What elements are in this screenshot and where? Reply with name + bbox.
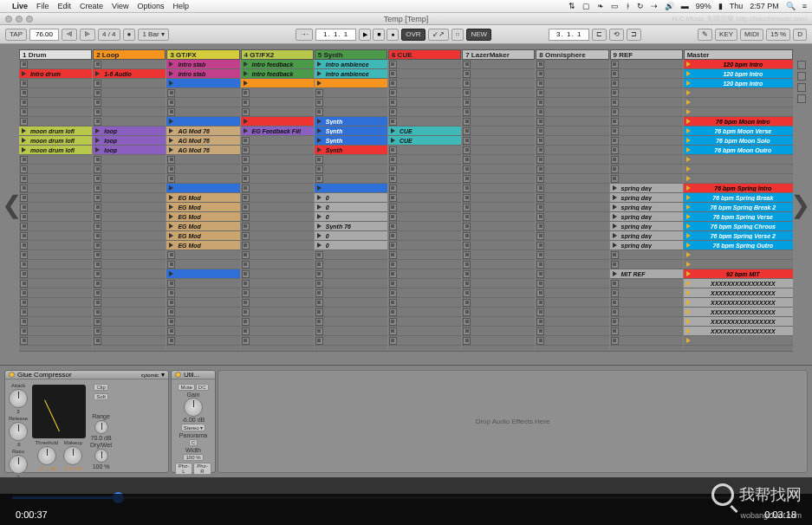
clip-stop-icon[interactable]	[536, 137, 544, 145]
clip-stop-icon[interactable]	[20, 80, 28, 88]
arrange-position[interactable]: 1. 1. 1	[315, 29, 356, 41]
clip-slot[interactable]	[610, 308, 683, 317]
clip-stop-icon[interactable]	[463, 327, 471, 335]
scene-slot[interactable]: XXXXXXXXXXXXXXXX	[684, 308, 793, 317]
clip-slot[interactable]	[536, 146, 608, 155]
scene-play-icon[interactable]	[685, 108, 692, 116]
soft-button[interactable]: Soft	[94, 393, 108, 400]
attack-knob[interactable]	[9, 389, 28, 408]
clip-play-icon[interactable]	[167, 213, 175, 221]
clip-stop-icon[interactable]	[389, 80, 397, 88]
clip-slot[interactable]	[93, 117, 166, 126]
scene-play-icon[interactable]	[685, 213, 692, 221]
clip-stop-icon[interactable]	[536, 299, 544, 307]
clip-stop-icon[interactable]	[389, 270, 397, 278]
clip-slot[interactable]	[166, 308, 239, 317]
clip-stop-icon[interactable]	[463, 127, 471, 135]
clip-slot[interactable]	[241, 174, 314, 184]
clip-slot[interactable]	[610, 317, 683, 327]
scene-slot[interactable]	[684, 260, 793, 269]
clip-slot[interactable]	[93, 203, 166, 212]
mixer-toggle[interactable]	[797, 94, 806, 103]
clip-play-icon[interactable]	[611, 194, 619, 202]
clip-slot[interactable]	[536, 136, 608, 146]
clip-slot[interactable]	[388, 165, 461, 174]
clip-slot[interactable]	[462, 60, 535, 69]
clip-stop-icon[interactable]	[389, 318, 397, 326]
clip-slot[interactable]	[93, 222, 166, 231]
clip-slot[interactable]	[93, 260, 166, 269]
clip-slot[interactable]	[462, 222, 535, 231]
clip-stop-icon[interactable]	[94, 175, 101, 183]
clip-slot[interactable]: Synth	[315, 146, 387, 155]
clip-slot[interactable]	[388, 107, 461, 117]
clip-button[interactable]: Clip	[94, 384, 107, 391]
io-toggle[interactable]	[797, 61, 806, 69]
clip-play-icon[interactable]	[315, 146, 323, 154]
clip-stop-icon[interactable]	[315, 280, 323, 288]
scene-slot[interactable]: 76 bpm Spring Intro	[684, 184, 793, 193]
clip-slot[interactable]	[166, 336, 239, 346]
midi-map-button[interactable]: MIDI	[740, 29, 763, 41]
clip-slot[interactable]	[241, 327, 314, 336]
scene-slot[interactable]	[684, 250, 793, 260]
clip-stop-icon[interactable]	[242, 185, 250, 192]
clip-slot[interactable]	[462, 260, 535, 269]
clip-stop-icon[interactable]	[611, 70, 619, 78]
clip-stop-icon[interactable]	[242, 337, 250, 345]
loop-button[interactable]: ⟲	[609, 29, 624, 41]
clip-slot[interactable]	[610, 336, 683, 346]
clip-stop-icon[interactable]	[463, 108, 471, 116]
status-evernote-icon[interactable]: ❧	[597, 2, 604, 10]
clip-play-icon[interactable]	[167, 185, 175, 192]
clip-stop-icon[interactable]	[20, 232, 28, 240]
clip-stop-icon[interactable]	[20, 175, 28, 183]
tempo-field[interactable]: 76.00	[29, 29, 59, 41]
clip-slot[interactable]: intro feedback	[241, 69, 314, 79]
clip-play-icon[interactable]	[611, 223, 619, 230]
key-map-button[interactable]: KEY	[715, 29, 737, 41]
clip-play-icon[interactable]	[20, 70, 28, 78]
clip-stop-icon[interactable]	[242, 165, 250, 173]
clip-stop-icon[interactable]	[242, 318, 250, 326]
clip-slot[interactable]	[462, 155, 535, 165]
status-display-icon[interactable]: ▭	[611, 2, 619, 10]
clip-stop-icon[interactable]	[167, 175, 175, 183]
clip-stop-icon[interactable]	[242, 194, 250, 202]
clip-stop-icon[interactable]	[536, 165, 544, 173]
clip-stop-icon[interactable]	[389, 232, 397, 240]
clip-slot[interactable]: 0	[315, 193, 387, 203]
menu-options[interactable]: Options	[137, 2, 164, 10]
clip-stop-icon[interactable]	[94, 242, 101, 250]
quantize-menu[interactable]: 1 Bar ▾	[138, 29, 168, 41]
clip-stop-icon[interactable]	[463, 251, 471, 259]
clip-stop-icon[interactable]	[389, 99, 397, 107]
clip-slot[interactable]	[610, 88, 683, 98]
clip-slot[interactable]	[93, 79, 166, 88]
clip-slot[interactable]	[536, 298, 608, 308]
clip-stop-icon[interactable]	[611, 99, 619, 107]
clip-slot[interactable]	[241, 107, 314, 117]
clip-slot[interactable]	[388, 279, 461, 288]
clip-slot[interactable]	[166, 298, 239, 308]
clip-slot[interactable]: EG Feedback Fill	[241, 126, 314, 136]
clip-slot[interactable]	[536, 241, 608, 250]
clip-slot[interactable]	[315, 336, 387, 346]
clip-slot[interactable]: Synth	[315, 117, 387, 126]
scene-slot[interactable]: 76 bpm Spring Break 2	[684, 203, 793, 212]
scene-play-icon[interactable]	[685, 156, 692, 164]
clip-slot[interactable]	[166, 317, 239, 327]
clip-slot[interactable]	[462, 117, 535, 126]
clip-slot[interactable]	[19, 222, 92, 231]
clip-play-icon[interactable]	[242, 118, 250, 126]
scene-play-icon[interactable]	[685, 175, 692, 183]
clip-stop-icon[interactable]	[242, 213, 250, 221]
clip-slot[interactable]	[610, 126, 683, 136]
scene-play-icon[interactable]	[685, 99, 692, 107]
clip-stop-icon[interactable]	[463, 299, 471, 307]
status-volume-icon[interactable]: 🔊	[665, 2, 674, 10]
scene-slot[interactable]: 76 bpm Spring Outro	[684, 241, 793, 250]
menu-edit[interactable]: Edit	[58, 2, 72, 10]
clip-slot[interactable]: EG Mod	[166, 212, 239, 222]
clip-stop-icon[interactable]	[94, 318, 101, 326]
